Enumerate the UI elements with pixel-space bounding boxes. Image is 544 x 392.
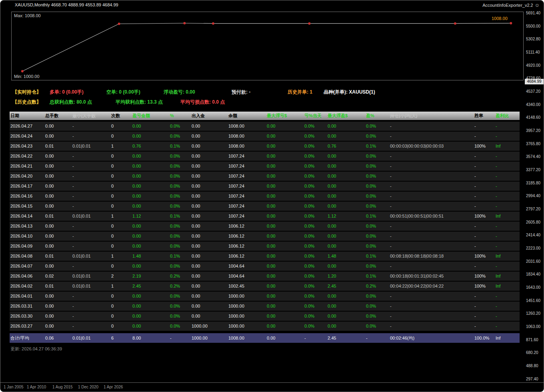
table-cell: 0 (110, 192, 132, 201)
table-cell: 2026.04.24 (10, 132, 44, 141)
table-cell: 1007.24 (228, 172, 266, 181)
table-cell: - (389, 312, 474, 321)
table-cell: 1002.45 (228, 282, 266, 291)
table-cell: - (474, 242, 495, 251)
table-cell: 0.01 (44, 212, 72, 221)
avg-profit-points: 平均获利点数: 13.3 点 (116, 99, 163, 106)
equity-curve (12, 12, 523, 80)
history-points-label: 【历史点数】 (12, 99, 41, 106)
table-cell: 0.0% (365, 312, 389, 321)
realtime-position-label: 【实时持仓】 (12, 89, 41, 96)
table-cell: 1000.00 (228, 312, 266, 321)
table-cell: 0.00 (191, 162, 228, 171)
table-row: 2026.03.270.00-00.000.0%1000.001000.000.… (10, 322, 520, 331)
table-row: 2026.04.230.010.01|0.0110.760.1%0.001008… (10, 142, 520, 151)
table-cell: 2026.04.21 (10, 162, 44, 171)
table-total-row: 合计/平均0.060.01|0.0168.00-1000.001008.000.… (10, 333, 520, 343)
daily-statistics-table: 日期总手数最小|大手数次数盈亏金额%出入金余额最大浮亏$亏%当天最大浮盈$盈%持… (10, 112, 520, 344)
table-cell: - (474, 162, 495, 171)
table-cell: - (72, 202, 110, 211)
table-cell: 0.00 (191, 182, 228, 191)
table-cell: 0.0% (304, 292, 327, 301)
table-cell: 0.00 (44, 312, 72, 321)
table-cell: 2026.03.30 (10, 312, 44, 321)
table-cell: - (474, 182, 495, 191)
table-cell: 0.00 (266, 132, 304, 141)
table-cell: 0.00 (266, 312, 304, 321)
table-cell: 00:02:46(均) (389, 333, 474, 343)
table-cell: 0.0% (365, 132, 389, 141)
time-axis[interactable]: 1 Jan 20051 Apr 20101 Aug 20151 Dec 2020… (0, 382, 544, 392)
table-cell: 0.1% (365, 272, 389, 281)
table-cell: 0 (110, 312, 132, 321)
table-cell: 0.00 (191, 292, 228, 301)
table-cell: 0.00 (327, 122, 365, 131)
table-cell: 0.00 (266, 333, 304, 343)
table-cell: 0.0% (365, 222, 389, 231)
price-scale-label: 1451.60 (526, 299, 544, 303)
table-cell: 0.0% (304, 132, 327, 141)
floating-pl: 浮动盈亏: 0.00 (164, 89, 195, 96)
table-cell: 2026.04.27 (10, 122, 44, 131)
table-cell: - (495, 322, 520, 331)
table-cell: 0.0% (304, 222, 327, 231)
table-cell: 0.00 (191, 222, 228, 231)
price-scale[interactable]: 5691.405500.005302.805111.404920.004728.… (526, 11, 544, 381)
table-cell: 0.00 (327, 192, 365, 201)
table-cell: - (495, 242, 520, 251)
table-cell: - (474, 222, 495, 231)
column-header: 总手数 (44, 112, 72, 120)
table-cell: 1.12 (132, 212, 169, 221)
table-cell: 0.00 (132, 262, 169, 271)
table-cell: 1008.00 (228, 132, 266, 141)
table-cell: 0.0% (169, 132, 191, 141)
table-cell: - (72, 162, 110, 171)
table-cell: 0.02 (44, 272, 72, 281)
table-cell: 2026.04.13 (10, 222, 44, 231)
table-cell: 0.00 (132, 122, 169, 131)
table-cell: - (389, 262, 474, 271)
table-cell: Inf (495, 333, 520, 343)
table-cell: 100% (474, 272, 495, 281)
table-cell: 100% (474, 212, 495, 221)
equity-chart-panel[interactable]: Max: 1008.00 Min: 1000.00 1008.00 (11, 12, 524, 80)
table-cell: - (495, 302, 520, 311)
table-row: 2026.04.020.010.01|0.0112.450.2%0.001002… (10, 282, 520, 291)
table-cell: 2026.04.10 (10, 232, 44, 241)
table-cell: - (72, 192, 110, 201)
table-cell: 0.00 (327, 172, 365, 181)
table-cell: - (389, 122, 474, 131)
column-header: 日期 (10, 112, 44, 120)
table-cell: 100% (474, 282, 495, 291)
table-cell: - (72, 182, 110, 191)
table-row: 2026.04.240.00-00.000.0%0.001008.000.000… (10, 132, 520, 141)
table-cell: Inf (495, 272, 520, 281)
table-cell: 0.00 (132, 202, 169, 211)
table-cell: - (389, 302, 474, 311)
price-scale-label: 871.60 (526, 338, 544, 342)
table-cell: 0 (110, 292, 132, 301)
table-cell: 1 (110, 212, 132, 221)
table-cell: 0.0% (169, 312, 191, 321)
table-cell: 0.0% (169, 242, 191, 251)
table-cell: 0.00 (327, 132, 365, 141)
time-axis-label: 1 Aug 2015 (52, 385, 73, 389)
table-cell: 1000.00 (228, 302, 266, 311)
table-cell: 2026.04.15 (10, 202, 44, 211)
table-cell: - (389, 202, 474, 211)
table-row: 2026.04.080.010.01|0.0111.480.1%0.001006… (10, 252, 520, 261)
table-cell: 00:04:22|00:04:22|00:04:22 (389, 282, 474, 291)
table-cell: 0.0% (304, 302, 327, 311)
history-merged-count: 历史并单: 1 (288, 89, 312, 96)
table-cell: - (389, 152, 474, 161)
table-cell: 0.0% (169, 232, 191, 241)
table-cell: 0.2% (169, 282, 191, 291)
table-cell: 合计/平均 (10, 333, 44, 343)
table-cell: 0.01 (44, 142, 72, 151)
table-cell: 0.00 (191, 192, 228, 201)
table-cell: 1006.12 (228, 252, 266, 261)
table-cell: - (389, 132, 474, 141)
table-cell: 0.2% (365, 282, 389, 291)
table-cell: - (72, 122, 110, 131)
table-cell: 0.00 (266, 322, 304, 331)
